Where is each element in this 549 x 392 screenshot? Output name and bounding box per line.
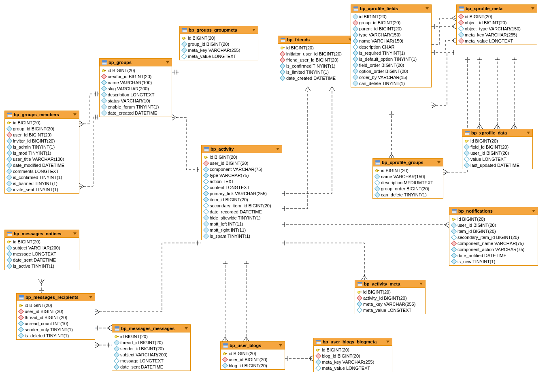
column-label: secondary_item_id BIGINT(20) [210, 203, 271, 208]
table-title: bp_notifications [458, 209, 493, 213]
column-label: object_type VARCHAR(150) [465, 26, 521, 31]
table-header[interactable]: bp_friends [278, 36, 354, 44]
table-header[interactable]: bp_xprofile_fields [351, 5, 431, 13]
chevron-down-icon[interactable] [532, 210, 535, 212]
column-label: subject VARCHAR(200) [13, 245, 60, 250]
table-bp_notifications[interactable]: bp_notificationsid BIGINT(20)user_id BIG… [449, 207, 538, 266]
table-column: last_updated DATETIME [462, 162, 532, 168]
table-icon [353, 6, 358, 11]
chevron-down-icon[interactable] [73, 113, 77, 116]
chevron-down-icon[interactable] [252, 29, 255, 31]
table-header[interactable]: bp_groups [100, 59, 172, 66]
table-title: bp_xprofile_data [471, 130, 507, 135]
column-label: sender_only TINYINT(1) [25, 327, 73, 332]
column-icon [353, 62, 358, 68]
column-label: thread_id BIGINT(20) [25, 315, 67, 320]
chevron-down-icon[interactable] [419, 283, 423, 285]
table-header[interactable]: bp_xprofile_groups [373, 159, 443, 166]
column-icon [353, 50, 358, 55]
table-column: subject VARCHAR(200) [5, 245, 79, 251]
chevron-down-icon[interactable] [276, 148, 279, 150]
table-bp_user_blogs_blogmeta[interactable]: bp_user_blogs_blogmetaid BIGINT(20)blog_… [313, 338, 392, 372]
primary-key-icon [7, 240, 11, 244]
chevron-down-icon[interactable] [185, 327, 188, 330]
chevron-down-icon[interactable] [386, 341, 389, 343]
column-icon [203, 166, 209, 172]
table-column: meta_key VARCHAR(255) [180, 47, 258, 53]
table-column: group_id BIGINT(20) [180, 41, 258, 47]
column-icon [451, 246, 457, 252]
column-label: invite_sent TINYINT(1) [13, 187, 58, 192]
table-header[interactable]: bp_messages_messages [112, 325, 190, 332]
chevron-down-icon[interactable] [426, 7, 429, 10]
column-label: date_created DATETIME [108, 111, 157, 115]
table-column: meta_value LONGTEXT [457, 38, 537, 44]
table-column: status VARCHAR(10) [100, 98, 172, 104]
chevron-down-icon[interactable] [89, 296, 92, 298]
column-label: content LONGTEXT [210, 185, 249, 190]
table-bp_messages_notices[interactable]: bp_messages_noticesid BIGINT(20)subject … [4, 230, 79, 270]
column-icon [203, 233, 209, 239]
column-label: mptt_right INT(11) [210, 228, 246, 232]
table-body: id BIGINT(20)group_id BIGINT(20)user_id … [5, 119, 79, 193]
chevron-down-icon[interactable] [73, 232, 77, 235]
chevron-down-icon[interactable] [527, 132, 530, 134]
table-header[interactable]: bp_user_blogs_blogmeta [314, 338, 392, 346]
table-bp_xprofile_fields[interactable]: bp_xprofile_fieldsid BIGINT(20)group_id … [351, 4, 432, 87]
table-header[interactable]: bp_messages_notices [5, 230, 79, 238]
table-icon [19, 295, 24, 300]
table-header[interactable]: bp_activity_meta [355, 280, 425, 288]
table-bp_user_blogs[interactable]: bp_user_blogsid BIGINT(20)user_id BIGINT… [220, 341, 285, 370]
table-bp_groups_groupmeta[interactable]: bp_groups_groupmetaid BIGINT(20)group_id… [179, 26, 258, 60]
column-label: last_updated DATETIME [470, 163, 519, 168]
column-icon [6, 156, 12, 162]
column-label: user_id BIGINT(20) [13, 132, 51, 137]
table-header[interactable]: bp_notifications [449, 207, 538, 215]
column-nullable-icon [203, 178, 209, 184]
table-column: date_modified DATETIME [5, 162, 79, 168]
table-bp_xprofile_meta[interactable]: bp_xprofile_metaid BIGINT(20)object_id B… [456, 4, 537, 45]
column-label: id BIGINT(20) [120, 334, 148, 339]
table-column: inviter_id BIGINT(20) [5, 138, 79, 144]
column-nullable-icon [181, 53, 187, 59]
table-column: id BIGINT(20) [355, 289, 425, 295]
table-bp_groups[interactable]: bp_groupsid BIGINT(20)creator_id BIGINT(… [99, 58, 172, 117]
table-bp_messages_recipients[interactable]: bp_messages_recipientsid BIGINT(20)user_… [16, 293, 95, 340]
column-nullable-icon [458, 26, 464, 31]
chevron-down-icon[interactable] [437, 161, 440, 164]
column-icon [114, 339, 119, 345]
table-bp_activity[interactable]: bp_activityid BIGINT(20)user_id BIGINT(2… [201, 145, 282, 240]
table-header[interactable]: bp_xprofile_data [462, 129, 532, 137]
table-bp_xprofile_groups[interactable]: bp_xprofile_groupsid BIGINT(20)name VARC… [372, 158, 443, 199]
column-label: is_spam TINYINT(1) [210, 234, 250, 239]
column-icon [203, 190, 209, 196]
table-header[interactable]: bp_groups_groupmeta [180, 26, 258, 34]
column-label: id BIGINT(20) [465, 14, 492, 19]
column-icon [181, 41, 187, 47]
chevron-down-icon[interactable] [531, 7, 534, 10]
table-title: bp_xprofile_fields [360, 6, 398, 11]
chevron-down-icon[interactable] [279, 344, 282, 347]
table-bp_friends[interactable]: bp_friendsid BIGINT(20)initiator_user_id… [278, 36, 355, 82]
table-bp_activity_meta[interactable]: bp_activity_metaid BIGINT(20)activity_id… [355, 280, 426, 314]
table-body: id BIGINT(20)blog_id BIGINT(20)meta_key … [314, 346, 392, 372]
table-bp_xprofile_data[interactable]: bp_xprofile_dataid BIGINT(20)field_id BI… [462, 129, 533, 169]
table-column: hide_sitewide TINYINT(1) [202, 215, 282, 221]
table-column: id BIGINT(20) [5, 119, 79, 126]
table-header[interactable]: bp_messages_recipients [17, 294, 95, 301]
chevron-down-icon[interactable] [166, 61, 169, 64]
table-bp_messages_messages[interactable]: bp_messages_messagesid BIGINT(20)thread_… [112, 324, 191, 371]
table-bp_groups_members[interactable]: bp_groups_membersid BIGINT(20)group_id B… [4, 111, 79, 194]
column-icon [101, 92, 107, 97]
table-header[interactable]: bp_xprofile_meta [457, 5, 537, 13]
table-header[interactable]: bp_user_blogs [221, 342, 285, 349]
table-header[interactable]: bp_activity [202, 145, 282, 153]
table-icon [459, 6, 464, 11]
table-column: creator_id BIGINT(20) [100, 73, 172, 79]
table-column: meta_value LONGTEXT [314, 365, 392, 371]
primary-key-icon [7, 121, 11, 125]
table-header[interactable]: bp_groups_members [5, 111, 79, 119]
column-label: component_action VARCHAR(75) [458, 247, 524, 252]
column-label: meta_value LONGTEXT [363, 308, 411, 313]
column-label: mptt_left INT(11) [210, 222, 243, 226]
